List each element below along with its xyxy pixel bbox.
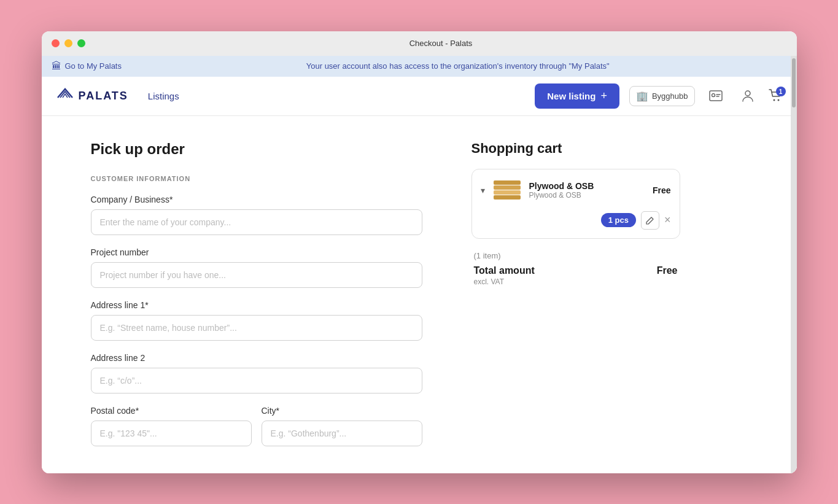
org-name: Bygghubb (652, 91, 688, 101)
total-amount-value: Free (657, 265, 678, 276)
postal-input[interactable] (91, 421, 252, 446)
left-panel: Pick up order CUSTOMER INFORMATION Compa… (91, 116, 447, 473)
address1-label: Address line 1* (91, 300, 422, 310)
cart-item-sub: Plywood & OSB (529, 191, 645, 200)
traffic-lights (52, 39, 85, 47)
listings-nav-link[interactable]: Listings (148, 91, 179, 101)
total-row: Total amount excl. VAT Free (474, 265, 678, 286)
navbar: PALATS Listings New listing + 🏢 Bygghubb (42, 77, 797, 116)
window-title: Checkout - Palats (95, 39, 787, 48)
page-title: Pick up order (91, 141, 422, 158)
project-input[interactable] (91, 262, 422, 288)
project-field-group: Project number (91, 247, 422, 288)
minimize-button[interactable] (64, 39, 72, 47)
main-content: Pick up order CUSTOMER INFORMATION Compa… (42, 116, 797, 473)
cart-item-controls: 1 pcs × (472, 211, 680, 238)
city-input[interactable] (262, 421, 422, 446)
cart-summary: (1 item) Total amount excl. VAT Free (471, 251, 680, 286)
excl-vat-label: excl. VAT (474, 277, 535, 286)
cart-item-card: ▾ Plywood & OSB Plyw (471, 169, 680, 239)
company-label: Company / Business* (91, 195, 422, 204)
city-field-group: City* (262, 406, 422, 446)
cart-badge: 1 (776, 87, 786, 96)
company-input[interactable] (91, 209, 422, 235)
postal-city-row: Postal code* City* (91, 406, 422, 459)
postal-field-group: Postal code* (91, 406, 252, 446)
svg-point-4 (777, 99, 779, 101)
app-window: Checkout - Palats 🏛 Go to My Palats Your… (42, 31, 797, 473)
scrollbar[interactable] (791, 56, 797, 473)
address2-input[interactable] (91, 368, 422, 394)
company-field-group: Company / Business* (91, 195, 422, 235)
svg-rect-8 (494, 180, 521, 185)
address2-field-group: Address line 2 (91, 353, 422, 394)
chevron-down-icon[interactable]: ▾ (481, 185, 485, 195)
banner-message: Your user account also has access to the… (129, 61, 787, 71)
building-icon: 🏢 (636, 90, 648, 102)
maximize-button[interactable] (77, 39, 85, 47)
project-label: Project number (91, 247, 422, 257)
close-button[interactable] (52, 39, 60, 47)
banner: 🏛 Go to My Palats Your user account also… (42, 56, 797, 77)
svg-point-3 (773, 99, 775, 101)
new-listing-plus-icon: + (600, 90, 607, 103)
right-panel: Shopping cart ▾ (447, 116, 680, 473)
close-icon: × (664, 214, 671, 227)
id-card-button[interactable] (705, 85, 727, 107)
city-label: City* (262, 406, 422, 416)
item-count: (1 item) (474, 251, 678, 260)
banner-link-text: Go to My Palats (65, 61, 122, 71)
cart-item-info: Plywood & OSB Plywood & OSB (529, 181, 645, 200)
logo-text: PALATS (79, 90, 128, 103)
section-label: CUSTOMER INFORMATION (91, 175, 422, 182)
quantity-badge: 1 pcs (601, 213, 636, 227)
user-button[interactable] (737, 85, 759, 107)
total-label-group: Total amount excl. VAT (474, 265, 535, 286)
cart-item-price: Free (653, 185, 671, 195)
edit-quantity-button[interactable] (641, 211, 659, 230)
window-body: 🏛 Go to My Palats Your user account also… (42, 56, 797, 473)
new-listing-label: New listing (547, 91, 596, 101)
address2-label: Address line 2 (91, 353, 422, 363)
cart-button[interactable]: 1 (769, 89, 782, 103)
home-icon: 🏛 (52, 61, 61, 72)
org-badge: 🏢 Bygghubb (629, 86, 695, 106)
svg-rect-6 (494, 190, 521, 195)
scrollbar-thumb[interactable] (792, 58, 796, 107)
address1-input[interactable] (91, 315, 422, 341)
product-image (492, 178, 522, 203)
svg-rect-7 (494, 185, 521, 190)
logo: PALATS (56, 87, 128, 105)
new-listing-button[interactable]: New listing + (535, 83, 619, 109)
address1-field-group: Address line 1* (91, 300, 422, 341)
svg-point-2 (745, 91, 750, 96)
svg-rect-5 (494, 195, 521, 200)
titlebar: Checkout - Palats (42, 31, 797, 56)
go-to-mypalats-link[interactable]: 🏛 Go to My Palats (52, 61, 122, 72)
svg-point-1 (712, 94, 715, 97)
navbar-right: New listing + 🏢 Bygghubb (535, 83, 782, 109)
logo-icon (56, 87, 74, 105)
cart-item: ▾ Plywood & OSB Plyw (472, 169, 680, 211)
cart-item-name: Plywood & OSB (529, 181, 645, 191)
postal-label: Postal code* (91, 406, 252, 416)
remove-item-button[interactable]: × (664, 214, 671, 227)
total-amount-label: Total amount (474, 265, 535, 276)
cart-title: Shopping cart (471, 141, 680, 157)
